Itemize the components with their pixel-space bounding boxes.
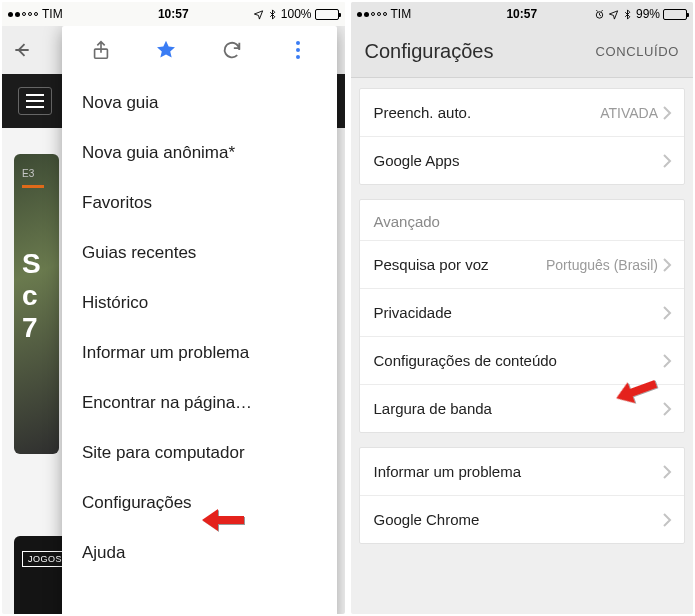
- menu-item-label: Encontrar na página…: [82, 393, 252, 412]
- chevron-right-icon: [662, 465, 672, 479]
- card-text: c: [22, 280, 51, 312]
- menu-item-label: Histórico: [82, 293, 148, 312]
- chevron-right-icon: [662, 354, 672, 368]
- chevron-right-icon: [662, 513, 672, 527]
- card-tag: E3: [22, 168, 51, 179]
- battery-pct: 100%: [281, 7, 312, 21]
- row-value: ATIVADA: [600, 105, 658, 121]
- signal-dots-icon: [357, 12, 387, 17]
- location-icon: [253, 9, 264, 20]
- menu-item-report-problem[interactable]: Informar um problema: [62, 328, 337, 378]
- row-content-settings[interactable]: Configurações de conteúdo: [360, 336, 685, 384]
- menu-item-label: Ajuda: [82, 543, 125, 562]
- battery-icon: [315, 9, 339, 20]
- card-text: 7: [22, 312, 51, 344]
- menu-item-bookmarks[interactable]: Favoritos: [62, 178, 337, 228]
- menu-item-label: Nova guia anônima*: [82, 143, 235, 162]
- menu-item-label: Site para computador: [82, 443, 245, 462]
- settings-group-info: Informar um problema Google Chrome: [359, 447, 686, 544]
- done-button[interactable]: CONCLUÍDO: [596, 44, 679, 59]
- carrier-label: TIM: [391, 7, 412, 21]
- page-title: Configurações: [365, 40, 494, 63]
- chevron-right-icon: [662, 258, 672, 272]
- row-label: Informar um problema: [374, 463, 522, 480]
- bookmark-star-icon[interactable]: [143, 39, 189, 61]
- row-value: Português (Brasil): [546, 257, 658, 273]
- bluetooth-icon: [267, 9, 278, 20]
- reload-icon[interactable]: [209, 39, 255, 61]
- row-voice-search[interactable]: Pesquisa por voz Português (Brasil): [360, 240, 685, 288]
- carrier-label: TIM: [42, 7, 63, 21]
- annotation-arrow-icon: [613, 378, 659, 404]
- alarm-icon: [594, 9, 605, 20]
- menu-item-label: Configurações: [82, 493, 192, 512]
- battery-icon: [663, 9, 687, 20]
- row-autofill[interactable]: Preench. auto. ATIVADA: [360, 89, 685, 136]
- menu-item-label: Informar um problema: [82, 343, 249, 362]
- menu-item-incognito[interactable]: Nova guia anônima*: [62, 128, 337, 178]
- signal-dots-icon: [8, 12, 38, 17]
- chevron-right-icon: [662, 306, 672, 320]
- phone-right: TIM 10:57 99% Configurações CONCLUÍDO Pr…: [351, 2, 694, 614]
- card-text: S: [22, 248, 51, 280]
- phone-left: TIM 10:57 100% E3 S c: [2, 2, 345, 614]
- row-label: Google Apps: [374, 152, 460, 169]
- annotation-arrow-icon: [200, 507, 246, 533]
- menu-item-recent-tabs[interactable]: Guias recentes: [62, 228, 337, 278]
- row-label: Configurações de conteúdo: [374, 352, 557, 369]
- hamburger-icon[interactable]: [18, 87, 52, 115]
- settings-group-basic: Preench. auto. ATIVADA Google Apps: [359, 88, 686, 185]
- row-label: Largura de banda: [374, 400, 492, 417]
- back-icon[interactable]: [12, 40, 32, 60]
- menu-item-new-tab[interactable]: Nova guia: [62, 78, 337, 128]
- row-label: Preench. auto.: [374, 104, 472, 121]
- more-vert-icon[interactable]: [275, 41, 321, 59]
- chevron-right-icon: [662, 154, 672, 168]
- settings-body: Preench. auto. ATIVADA Google Apps Avanç…: [351, 88, 694, 544]
- menu-item-label: Favoritos: [82, 193, 152, 212]
- bluetooth-icon: [622, 9, 633, 20]
- menu-item-history[interactable]: Histórico: [62, 278, 337, 328]
- row-label: Pesquisa por voz: [374, 256, 489, 273]
- location-icon: [608, 9, 619, 20]
- battery-pct: 99%: [636, 7, 660, 21]
- menu-item-find-in-page[interactable]: Encontrar na página…: [62, 378, 337, 428]
- settings-header: Configurações CONCLUÍDO: [351, 26, 694, 78]
- status-bar: TIM 10:57 100%: [2, 2, 345, 26]
- status-bar: TIM 10:57 99%: [351, 2, 694, 26]
- chevron-right-icon: [662, 106, 672, 120]
- row-label: Google Chrome: [374, 511, 480, 528]
- row-label: Privacidade: [374, 304, 452, 321]
- section-header-advanced: Avançado: [360, 200, 685, 240]
- chevron-right-icon: [662, 402, 672, 416]
- status-time: 10:57: [158, 7, 189, 21]
- content-card: E3 S c 7: [14, 154, 59, 454]
- row-privacy[interactable]: Privacidade: [360, 288, 685, 336]
- menu-item-label: Guias recentes: [82, 243, 196, 262]
- row-report-problem[interactable]: Informar um problema: [360, 448, 685, 495]
- menu-item-desktop-site[interactable]: Site para computador: [62, 428, 337, 478]
- share-icon[interactable]: [78, 39, 124, 61]
- row-google-apps[interactable]: Google Apps: [360, 136, 685, 184]
- status-time: 10:57: [506, 7, 537, 21]
- menu-item-label: Nova guia: [82, 93, 159, 112]
- menu-item-help[interactable]: Ajuda: [62, 528, 337, 578]
- row-google-chrome[interactable]: Google Chrome: [360, 495, 685, 543]
- menu-toolbar: [62, 26, 337, 74]
